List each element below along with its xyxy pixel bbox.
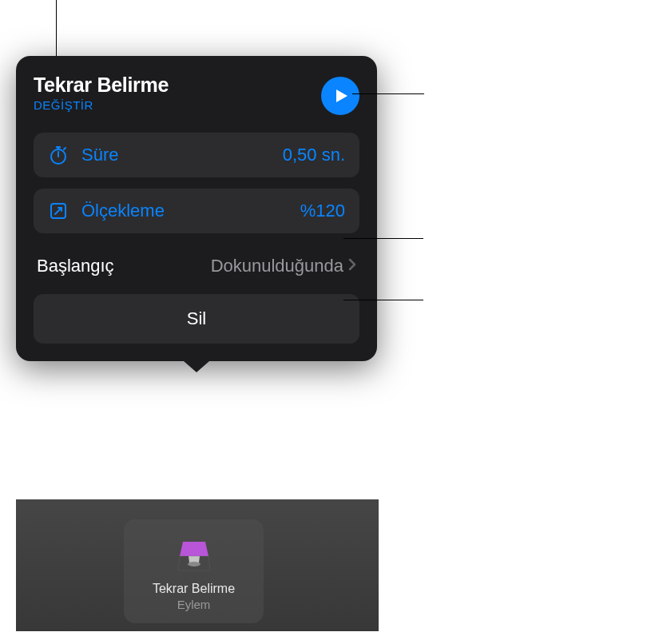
duration-value: 0,50 sn.	[283, 145, 345, 165]
play-button[interactable]	[321, 77, 359, 115]
popover-header: Tekrar Belirme DEĞİŞTİR	[34, 74, 359, 115]
animation-settings-popover: Tekrar Belirme DEĞİŞTİR Süre 0,50 sn.	[16, 56, 377, 361]
lamp-icon	[173, 539, 215, 575]
duration-row[interactable]: Süre 0,50 sn.	[34, 133, 359, 177]
callout-line	[352, 93, 424, 94]
chevron-right-icon	[348, 258, 356, 274]
svg-line-5	[64, 148, 66, 149]
stopwatch-icon	[48, 145, 69, 165]
svg-point-0	[188, 562, 200, 566]
scale-icon	[48, 201, 69, 221]
popover-title-group[interactable]: Tekrar Belirme DEĞİŞTİR	[34, 74, 169, 112]
play-icon	[335, 88, 349, 104]
delete-button[interactable]: Sil	[34, 294, 359, 344]
start-value: Dokunulduğunda	[211, 256, 343, 276]
scale-label: Ölçekleme	[81, 201, 300, 221]
callout-line	[56, 0, 57, 56]
thumbnail-title: Tekrar Belirme	[153, 582, 235, 596]
callout-line	[343, 238, 423, 239]
popover-title: Tekrar Belirme	[34, 74, 169, 97]
scale-value: %120	[300, 201, 345, 221]
callout-line	[343, 300, 423, 300]
change-button[interactable]: DEĞİŞTİR	[34, 98, 169, 112]
thumbnail-subtitle: Eylem	[177, 598, 211, 611]
start-row[interactable]: Başlangıç Dokunulduğunda	[34, 244, 359, 288]
duration-label: Süre	[81, 145, 283, 165]
start-label: Başlangıç	[37, 256, 211, 276]
animation-thumbnail[interactable]: Tekrar Belirme Eylem	[124, 519, 264, 623]
scale-row[interactable]: Ölçekleme %120	[34, 189, 359, 233]
